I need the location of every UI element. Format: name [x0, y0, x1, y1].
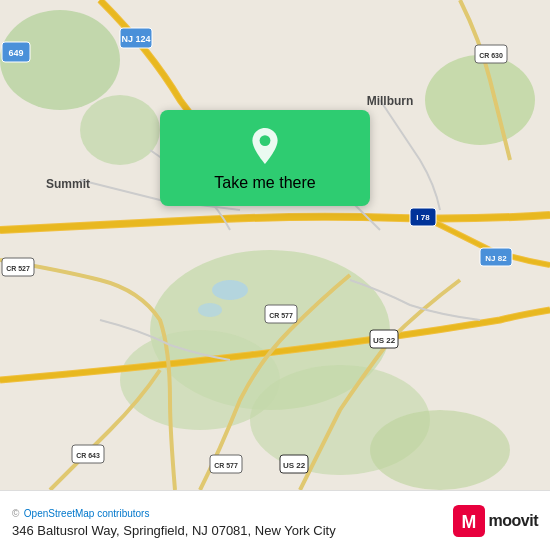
svg-text:CR 527: CR 527: [6, 265, 30, 272]
map-background: 649 NJ 124 I 78 US 22 US 22 NJ 82 CR 527…: [0, 0, 550, 490]
svg-text:CR 643: CR 643: [76, 452, 100, 459]
svg-text:I 78: I 78: [416, 213, 430, 222]
svg-point-4: [80, 95, 160, 165]
copyright-row: © OpenStreetMap contributors: [12, 503, 336, 521]
svg-text:CR 577: CR 577: [214, 462, 238, 469]
openstreetmap-link[interactable]: OpenStreetMap contributors: [24, 508, 150, 519]
svg-text:Summit: Summit: [46, 177, 90, 191]
svg-text:US 22: US 22: [283, 461, 306, 470]
copyright-symbol: ©: [12, 508, 19, 519]
svg-point-34: [260, 135, 271, 146]
take-me-there-button[interactable]: Take me there: [160, 110, 370, 206]
svg-text:Millburn: Millburn: [367, 94, 414, 108]
location-pin-icon: [247, 128, 283, 164]
svg-point-8: [212, 280, 248, 300]
svg-text:US 22: US 22: [373, 336, 396, 345]
svg-text:NJ 124: NJ 124: [121, 34, 150, 44]
footer-bar: © OpenStreetMap contributors 346 Baltusr…: [0, 490, 550, 550]
moovit-text: moovit: [489, 512, 538, 530]
svg-text:NJ 82: NJ 82: [485, 254, 507, 263]
svg-point-7: [370, 410, 510, 490]
moovit-logo: M moovit: [453, 505, 538, 537]
take-me-there-label: Take me there: [214, 174, 315, 192]
svg-point-9: [198, 303, 222, 317]
address-text: 346 Baltusrol Way, Springfield, NJ 07081…: [12, 523, 336, 538]
map-container: 649 NJ 124 I 78 US 22 US 22 NJ 82 CR 527…: [0, 0, 550, 490]
svg-text:CR 577: CR 577: [269, 312, 293, 319]
svg-point-6: [425, 55, 535, 145]
svg-text:M: M: [461, 512, 476, 532]
svg-text:649: 649: [8, 48, 23, 58]
svg-text:CR 630: CR 630: [479, 52, 503, 59]
moovit-icon: M: [453, 505, 485, 537]
footer-left: © OpenStreetMap contributors 346 Baltusr…: [12, 503, 336, 538]
